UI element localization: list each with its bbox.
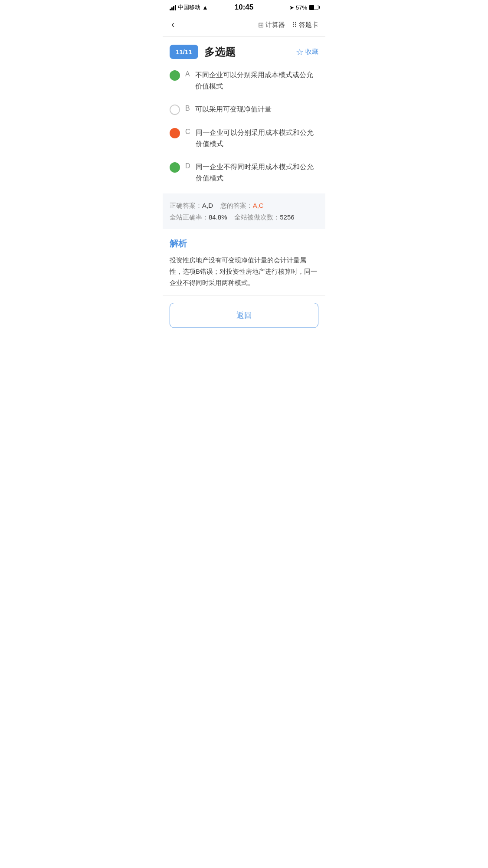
location-icon: ➤ bbox=[289, 4, 294, 11]
nav-bar: ‹ ⊞ 计算器 ⠿ 答题卡 bbox=[163, 13, 325, 37]
option-b-label: B bbox=[185, 105, 190, 112]
options-container: A 不同企业可以分别采用成本模式或公允价值模式 B 可以采用可变现净值计量 C … bbox=[163, 63, 325, 190]
return-button[interactable]: 返回 bbox=[170, 303, 318, 328]
question-type: 多选题 bbox=[204, 45, 290, 59]
option-c[interactable]: C 同一企业可以分别采用成本模式和公允价值模式 bbox=[170, 121, 318, 155]
site-stats-line: 全站正确率：84.8% 全站被做次数：5256 bbox=[170, 211, 318, 223]
your-answer-label: 您的答案： bbox=[220, 202, 253, 209]
option-a[interactable]: A 不同企业可以分别采用成本模式或公允价值模式 bbox=[170, 63, 318, 98]
option-c-radio bbox=[170, 128, 180, 138]
site-rate-label: 全站正确率： bbox=[170, 213, 209, 221]
nav-actions: ⊞ 计算器 ⠿ 答题卡 bbox=[258, 21, 318, 29]
collect-button[interactable]: ☆ 收藏 bbox=[296, 47, 318, 57]
site-rate-value: 84.8% bbox=[209, 213, 227, 221]
carrier-label: 中国移动 bbox=[178, 3, 200, 11]
question-badge: 11/11 bbox=[170, 45, 198, 59]
option-d[interactable]: D 同一企业不得同时采用成本模式和公允价值模式 bbox=[170, 155, 318, 190]
calculator-label: 计算器 bbox=[265, 21, 285, 29]
status-right: ➤ 57% bbox=[289, 4, 318, 11]
question-header: 11/11 多选题 ☆ 收藏 bbox=[163, 37, 325, 63]
answer-card-icon: ⠿ bbox=[292, 21, 297, 29]
option-a-label: A bbox=[185, 70, 190, 78]
status-bar: 中国移动 ▲ 10:45 ➤ 57% bbox=[163, 0, 325, 13]
option-d-text: 同一企业不得同时采用成本模式和公允价值模式 bbox=[196, 161, 318, 183]
back-button[interactable]: ‹ bbox=[170, 17, 176, 32]
star-icon: ☆ bbox=[296, 47, 304, 57]
bottom-btn-area: 返回 bbox=[163, 295, 325, 335]
answer-info: 正确答案：A,D 您的答案：A,C 全站正确率：84.8% 全站被做次数：525… bbox=[163, 193, 325, 229]
option-c-label: C bbox=[185, 128, 190, 136]
battery-percent: 57% bbox=[296, 4, 307, 11]
collect-label: 收藏 bbox=[305, 48, 318, 56]
status-left: 中国移动 ▲ bbox=[170, 3, 208, 11]
correct-answer-line: 正确答案：A,D 您的答案：A,C bbox=[170, 200, 318, 211]
option-d-label: D bbox=[185, 162, 190, 170]
option-b-radio bbox=[170, 105, 180, 115]
option-a-text: 不同企业可以分别采用成本模式或公允价值模式 bbox=[195, 69, 318, 92]
analysis-section: 解析 投资性房地产没有可变现净值计量的会计计量属性，选项B错误；对投资性房地产进… bbox=[163, 229, 325, 296]
option-b[interactable]: B 可以采用可变现净值计量 bbox=[170, 98, 318, 121]
correct-answer-label: 正确答案： bbox=[170, 202, 202, 209]
site-total-value: 5256 bbox=[280, 213, 294, 221]
option-c-text: 同一企业可以分别采用成本模式和公允价值模式 bbox=[196, 127, 318, 149]
calculator-icon: ⊞ bbox=[258, 21, 264, 29]
correct-answer-value: A,D bbox=[202, 202, 213, 209]
option-b-text: 可以采用可变现净值计量 bbox=[195, 104, 318, 115]
option-d-radio bbox=[170, 162, 180, 173]
analysis-text: 投资性房地产没有可变现净值计量的会计计量属性，选项B错误；对投资性房地产进行核算… bbox=[170, 255, 318, 289]
site-total-label: 全站被做次数： bbox=[234, 213, 280, 221]
calculator-button[interactable]: ⊞ 计算器 bbox=[258, 21, 285, 29]
wifi-icon: ▲ bbox=[202, 4, 208, 11]
analysis-title: 解析 bbox=[170, 238, 318, 249]
signal-icon bbox=[170, 5, 176, 10]
answer-card-label: 答题卡 bbox=[299, 21, 318, 29]
battery-icon bbox=[309, 5, 318, 10]
option-a-radio bbox=[170, 70, 180, 81]
answer-card-button[interactable]: ⠿ 答题卡 bbox=[292, 21, 318, 29]
back-icon: ‹ bbox=[171, 19, 174, 30]
status-time: 10:45 bbox=[235, 3, 253, 12]
your-answer-value: A,C bbox=[253, 202, 264, 209]
